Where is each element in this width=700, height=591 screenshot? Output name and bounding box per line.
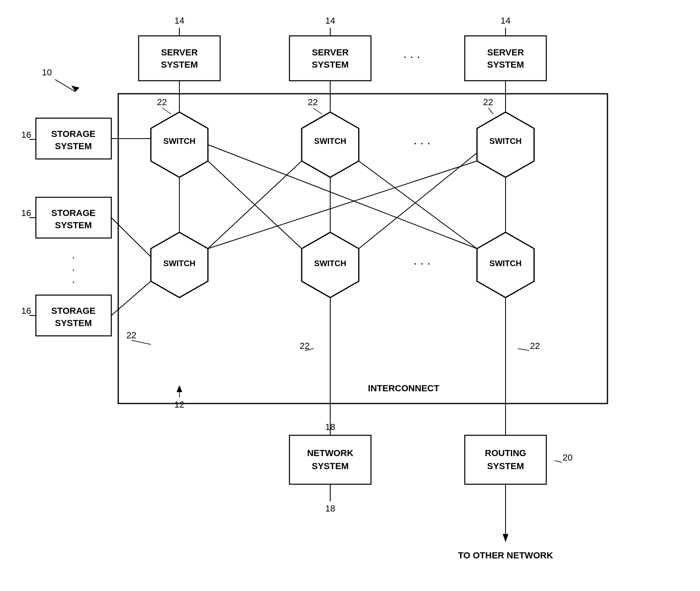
ref-22-6: 22 <box>530 341 540 351</box>
svg-marker-51 <box>503 534 508 542</box>
ref-14-3: 14 <box>501 15 510 26</box>
switch-tl: SWITCH <box>163 137 196 146</box>
ref-22-3: 22 <box>483 97 493 107</box>
svg-line-49 <box>554 461 562 462</box>
server1-label: SERVER <box>161 47 198 57</box>
svg-rect-48 <box>465 435 546 484</box>
ref-16-2: 16 <box>21 208 31 218</box>
ref-22-2: 22 <box>308 97 318 107</box>
ref-16-1: 16 <box>21 130 31 140</box>
storage-dots2: · <box>72 263 75 276</box>
diagram-container: 10 14 SERVER SYSTEM 14 SERVER SYSTEM · ·… <box>0 0 700 591</box>
ref-22-5: 22 <box>300 341 309 351</box>
switch-top-dots: · · · <box>413 136 431 149</box>
storage2-label: STORAGE <box>51 208 95 218</box>
routing-label2: SYSTEM <box>487 461 524 471</box>
svg-rect-45 <box>289 435 371 484</box>
server2-label2: SYSTEM <box>312 60 349 70</box>
storage3-label2: SYSTEM <box>55 318 92 328</box>
switch-tr: SWITCH <box>490 137 522 146</box>
switch-bm: SWITCH <box>314 259 347 268</box>
storage-dots: · <box>72 251 75 263</box>
svg-marker-1 <box>71 86 79 92</box>
svg-rect-5 <box>289 36 371 81</box>
storage1-label: STORAGE <box>51 129 95 139</box>
svg-rect-7 <box>465 36 546 81</box>
switch-br: SWITCH <box>490 259 522 268</box>
storage1-label2: SYSTEM <box>55 141 92 151</box>
svg-rect-3 <box>139 36 220 81</box>
interconnect-label: INTERCONNECT <box>368 383 439 393</box>
network-label: NETWORK <box>307 448 353 458</box>
storage3-label: STORAGE <box>51 306 95 316</box>
server1-label2: SYSTEM <box>161 60 198 70</box>
server3-label: SERVER <box>487 47 524 57</box>
switch-tm: SWITCH <box>314 137 347 146</box>
server2-label: SERVER <box>312 47 349 57</box>
routing-label: ROUTING <box>485 448 526 458</box>
ref-18-label: 18 <box>325 503 335 514</box>
switch-bot-dots: · · · <box>413 256 431 269</box>
to-other-label: TO OTHER NETWORK <box>458 550 553 560</box>
ref-20: 20 <box>563 452 572 463</box>
storage2-label2: SYSTEM <box>55 220 92 230</box>
network-label2: SYSTEM <box>312 461 349 471</box>
ref-22-4: 22 <box>126 330 136 340</box>
ref-10: 10 <box>42 67 52 77</box>
server-dots: · · · <box>403 49 420 63</box>
ref-14-2: 14 <box>325 15 335 26</box>
ref-14-1: 14 <box>174 15 184 26</box>
ref-16-3: 16 <box>21 306 31 316</box>
svg-line-0 <box>55 79 75 92</box>
storage-dots3: · <box>72 276 75 288</box>
ref-22-1: 22 <box>157 97 167 107</box>
switch-bl: SWITCH <box>163 259 196 268</box>
ref-12: 12 <box>174 399 184 410</box>
server3-label2: SYSTEM <box>487 60 524 70</box>
